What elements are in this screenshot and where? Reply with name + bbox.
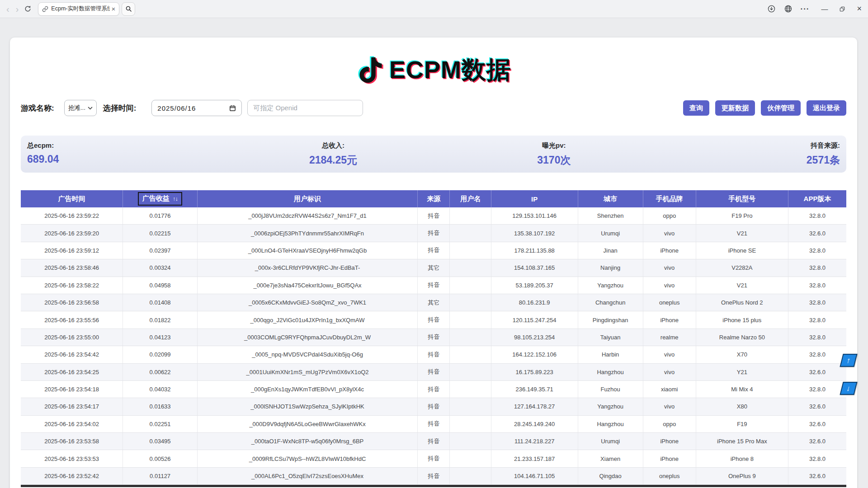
stat-value: 689.04: [27, 153, 59, 165]
main-panel: ECPM数据 游戏名称: 抢滩... 选择时间: 2025/06/16 可指定 …: [10, 38, 857, 488]
date-input[interactable]: 2025/06/16: [151, 100, 242, 116]
table-cell: 2025-06-16 23:58:22: [21, 277, 123, 294]
query-button[interactable]: 查询: [683, 100, 709, 116]
stat-exposure-pv: 曝光pv: 3170次: [439, 141, 670, 173]
table-row: 2025-06-16 23:59:120.02397_000LnO4-GTeHX…: [21, 242, 846, 259]
window-close-icon[interactable]: ×: [857, 4, 862, 14]
table-cell: 32.6.0: [788, 416, 846, 432]
game-select[interactable]: 抢滩...: [64, 100, 97, 116]
table-cell: 135.38.107.192: [491, 225, 578, 241]
table-cell: 0.00324: [123, 259, 197, 276]
table-cell: 32.8.0: [788, 207, 846, 224]
table-cell: vivo: [643, 346, 696, 363]
table-cell: 抖音: [418, 346, 450, 363]
table-cell: oneplus: [643, 468, 696, 484]
table-cell: 32.6.0: [788, 225, 846, 241]
stat-total-ecpm: 总ecpm: 689.04: [27, 141, 228, 173]
table-cell: 164.122.152.106: [491, 346, 578, 363]
table-cell: 0.01633: [123, 398, 197, 415]
table-cell: 32.8.0: [788, 277, 846, 294]
table-cell: 其它: [418, 259, 450, 276]
table-cell: 抖音: [418, 416, 450, 432]
tab-close-icon[interactable]: ×: [112, 5, 116, 13]
column-header-app-version: APP版本: [788, 190, 846, 207]
tab-title: Ecpm-实时数据管理系统: [51, 5, 109, 13]
table-cell: 2025-06-16 23:53:58: [21, 433, 123, 450]
table-cell: OnePlus 9: [696, 468, 789, 484]
table-cell: xiaomi: [643, 381, 696, 398]
table-header-row: 广告时间 广告收益 ↑↓ 用户标识 来源 用户名 IP 城市 手机品牌 手机型号…: [21, 190, 846, 207]
table-cell: _0009RfLCSu7WpS--hWZL8VlwW10bfkHdC: [198, 450, 418, 467]
table-cell: iPhone: [643, 433, 696, 450]
table-row: 2025-06-16 23:56:580.01408_0005x6CKxMdvv…: [21, 294, 846, 311]
table-row: 2025-06-16 23:58:460.00324_000x-3r6CLRfd…: [21, 259, 846, 277]
table-cell: 0.02099: [123, 346, 197, 363]
table-cell: 32.8.0: [788, 450, 846, 467]
table-cell: Harbin: [578, 346, 643, 363]
table-cell: _000e7je3sNa475CekxrItJowu_BGf5QAx: [198, 277, 418, 294]
table-row: 2025-06-16 23:54:250.00622_0001UuiKmXNr1…: [21, 364, 846, 381]
download-icon[interactable]: [767, 5, 776, 13]
table-cell: _000jJ8VUm2dczRVW44S2s6z7_Nm1F7_d1: [198, 207, 418, 224]
table-cell: Urumqi: [578, 225, 643, 241]
table-cell: Yangzhou: [578, 277, 643, 294]
table-cell: _000D9V9dqfjN6A5LoGeeBWwrGlaxehWKx: [198, 416, 418, 432]
table-row: 2025-06-16 23:55:000.04123_0003COMLgC9RY…: [21, 329, 846, 346]
table-cell: _000qgo_J2ViGc01u4JXPrIn1g_bxXQmAW: [198, 311, 418, 328]
table-row: 2025-06-16 23:54:420.02099_0005_npq-MVD5…: [21, 346, 846, 363]
table-cell: 抖音: [418, 242, 450, 259]
refresh-icon[interactable]: [24, 5, 32, 13]
table-cell: 抖音: [418, 311, 450, 328]
update-data-button[interactable]: 更新数据: [715, 100, 755, 116]
table-cell: Y21: [696, 364, 789, 380]
table-cell: Mi Mix 4: [696, 381, 789, 398]
table-cell: Yangzhou: [578, 398, 643, 415]
table-row: 2025-06-16 23:59:200.02215_0006zpiOEj53P…: [21, 225, 846, 242]
table-cell: 抖音: [418, 468, 450, 484]
column-header-ad-revenue-sort[interactable]: 广告收益 ↑↓: [123, 190, 197, 207]
table-cell: [450, 398, 491, 415]
column-header-ip: IP: [491, 190, 578, 207]
minimize-icon[interactable]: —: [821, 5, 828, 13]
back-icon[interactable]: ‹: [6, 5, 9, 14]
address-bar[interactable]: Ecpm-实时数据管理系统 ×: [38, 2, 119, 16]
table-cell: 32.6.0: [788, 433, 846, 450]
table-cell: Nanjing: [578, 259, 643, 276]
table-cell: 80.16.231.9: [491, 294, 578, 311]
forward-icon[interactable]: ›: [16, 5, 19, 14]
table-cell: Pingdingshan: [578, 311, 643, 328]
table-cell: 0.00622: [123, 364, 197, 380]
table-cell: Urumqi: [578, 433, 643, 450]
table-cell: 236.149.35.71: [491, 381, 578, 398]
table-cell: _0003COMLgC9RYFQhpmaJCuvDbuyDL2m_W: [198, 329, 418, 346]
table-cell: 32.8.0: [788, 242, 846, 259]
table-cell: [450, 381, 491, 398]
openid-input[interactable]: 可指定 Openid: [247, 100, 363, 116]
table-cell: Fuzhou: [578, 381, 643, 398]
stat-total-income: 总收入: 2184.25元: [228, 141, 439, 173]
table-cell: [450, 277, 491, 294]
search-button[interactable]: [122, 2, 135, 16]
table-cell: 2025-06-16 23:54:02: [21, 416, 123, 432]
restore-icon[interactable]: [839, 5, 846, 13]
column-header-phone-brand: 手机品牌: [643, 190, 696, 207]
filter-bar: 游戏名称: 抢滩... 选择时间: 2025/06/16 可指定 Openid …: [21, 100, 846, 116]
table-cell: iPhone 8: [696, 450, 789, 467]
table-cell: Jinan: [578, 242, 643, 259]
table-cell: 0.03495: [123, 433, 197, 450]
table-row: 2025-06-16 23:54:020.02251_000D9V9dqfjN6…: [21, 416, 846, 433]
logout-button[interactable]: 退出登录: [807, 100, 846, 116]
table-cell: 0.02397: [123, 242, 197, 259]
column-header-city: 城市: [578, 190, 643, 207]
table-cell: Changchun: [578, 294, 643, 311]
column-header-ad-time: 广告时间: [21, 190, 123, 207]
menu-icon[interactable]: ···: [801, 5, 810, 14]
table-cell: Taiyuan: [578, 329, 643, 346]
table-cell: 2025-06-16 23:59:12: [21, 242, 123, 259]
table-row: 2025-06-16 23:54:170.01633_000lSNHJOT1Sw…: [21, 398, 846, 415]
table-cell: Hangzhou: [578, 416, 643, 432]
partner-manage-button[interactable]: 伙伴管理: [761, 100, 801, 116]
table-cell: 120.115.247.254: [491, 311, 578, 328]
stat-value: 3170次: [537, 153, 571, 167]
globe-icon[interactable]: [784, 5, 793, 13]
